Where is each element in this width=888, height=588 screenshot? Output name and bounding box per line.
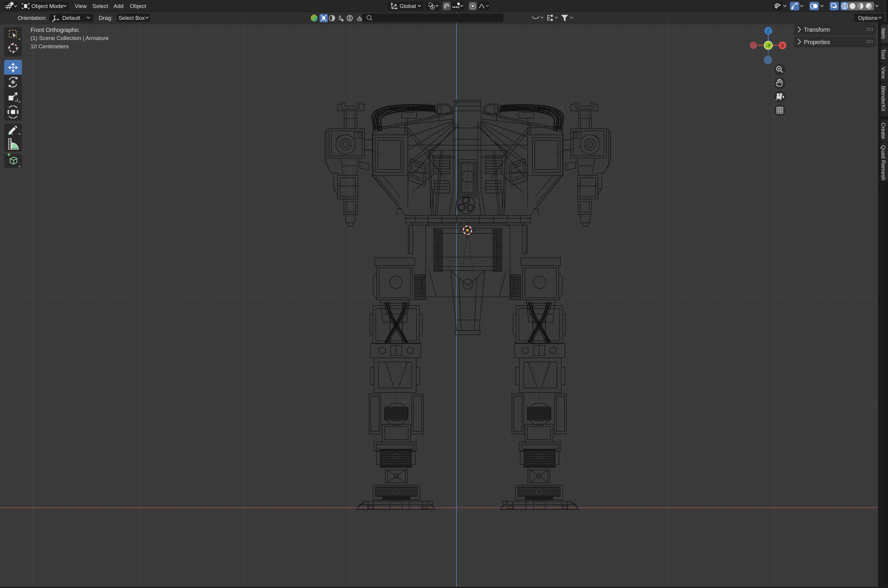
svg-text:10 Centimeters: 10 Centimeters [30, 43, 69, 50]
svg-text:Front Orthographic: Front Orthographic [30, 27, 79, 33]
svg-text:View: View [75, 3, 87, 9]
svg-text:-Y: -Y [766, 43, 771, 48]
svg-text:Select Box: Select Box [119, 15, 145, 21]
svg-text:Properties: Properties [804, 39, 830, 45]
svg-text:Options: Options [858, 15, 877, 21]
svg-text:Transform: Transform [804, 26, 830, 33]
svg-text:Item: Item [880, 28, 886, 39]
svg-text:Object Mode: Object Mode [32, 3, 63, 9]
svg-text:BlenderKit: BlenderKit [880, 86, 886, 111]
svg-text:Add: Add [114, 3, 123, 9]
svg-text:Drag:: Drag: [99, 15, 113, 21]
svg-text:Object: Object [130, 3, 146, 9]
svg-text:(1) Scene Collection | Armatur: (1) Scene Collection | Armature [30, 35, 109, 41]
svg-text:View: View [880, 67, 886, 79]
svg-text:X: X [781, 43, 784, 49]
svg-text:Orientation:: Orientation: [18, 15, 47, 21]
svg-text:Tool: Tool [880, 49, 886, 59]
svg-text:Select: Select [92, 3, 108, 9]
svg-text:Default: Default [62, 15, 80, 21]
svg-text:Global: Global [400, 3, 416, 9]
svg-text:Z: Z [767, 28, 770, 34]
svg-text:Quad Remesh: Quad Remesh [880, 145, 886, 180]
svg-text:Create: Create [880, 123, 886, 139]
